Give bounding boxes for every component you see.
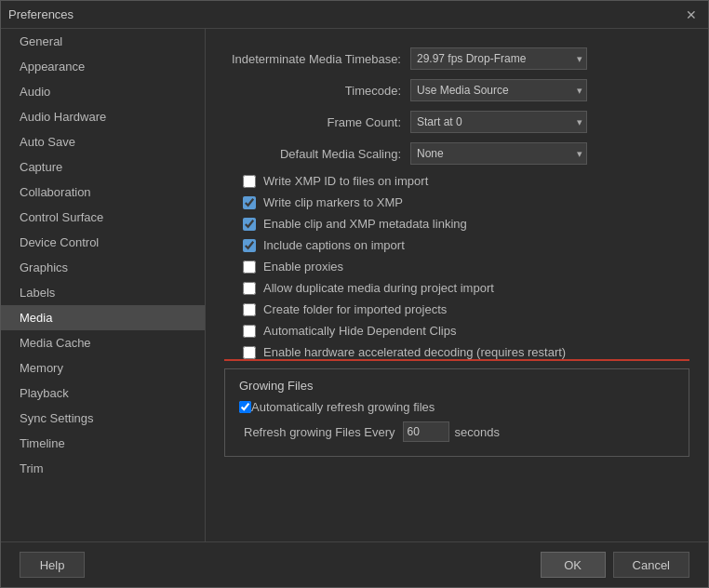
auto-refresh-row: Automatically refresh growing files: [239, 400, 675, 414]
sidebar-item-timeline[interactable]: Timeline: [1, 431, 205, 456]
timecode-select[interactable]: Use Media SourceGenerate Timecode: [410, 79, 587, 101]
checkbox-3[interactable]: [243, 239, 256, 252]
sidebar-item-media[interactable]: Media: [1, 305, 205, 330]
indeterminate-row: Indeterminate Media Timebase: 29.97 fps …: [224, 47, 689, 70]
sidebar: GeneralAppearanceAudioAudio HardwareAuto…: [1, 29, 206, 541]
checkbox-row-5: Allow duplicate media during project imp…: [224, 281, 689, 295]
frame-count-select[interactable]: Start at 0Start at 1: [410, 111, 587, 133]
checkbox-row-1: Write clip markers to XMP: [224, 195, 689, 209]
auto-refresh-checkbox[interactable]: [239, 401, 251, 413]
checkbox-label-0[interactable]: Write XMP ID to files on import: [263, 174, 428, 188]
checkbox-label-4[interactable]: Enable proxies: [263, 260, 343, 274]
checkbox-label-3[interactable]: Include captions on import: [263, 238, 405, 252]
growing-files-title: Growing Files: [239, 379, 675, 393]
sidebar-item-memory[interactable]: Memory: [1, 355, 205, 381]
frame-count-row: Frame Count: Start at 0Start at 1: [224, 111, 689, 133]
sidebar-item-control-surface[interactable]: Control Surface: [1, 205, 205, 230]
sidebar-item-collaboration[interactable]: Collaboration: [1, 180, 205, 205]
sidebar-item-trim[interactable]: Trim: [1, 456, 205, 481]
sidebar-item-playback[interactable]: Playback: [1, 381, 205, 406]
sidebar-item-device-control[interactable]: Device Control: [1, 230, 205, 255]
close-button[interactable]: ✕: [682, 6, 701, 24]
refresh-every-input[interactable]: [403, 421, 449, 442]
sidebar-item-general[interactable]: General: [1, 29, 205, 54]
checkbox-row-0: Write XMP ID to files on import: [224, 174, 689, 188]
default-scaling-label: Default Media Scaling:: [224, 147, 410, 161]
checkbox-row-8: Enable hardware accelerated decoding (re…: [224, 345, 689, 361]
checkbox-label-8[interactable]: Enable hardware accelerated decoding (re…: [263, 345, 566, 359]
sidebar-item-media-cache[interactable]: Media Cache: [1, 330, 205, 355]
sidebar-item-audio-hardware[interactable]: Audio Hardware: [1, 104, 205, 129]
main-panel: Indeterminate Media Timebase: 29.97 fps …: [206, 29, 708, 541]
sidebar-item-sync-settings[interactable]: Sync Settings: [1, 406, 205, 431]
dialog-title: Preferences: [8, 7, 74, 21]
footer: Help OK Cancel: [1, 541, 708, 587]
indeterminate-select-wrapper: 29.97 fps Drop-Frame23.976 fps25 fps30 f…: [410, 47, 587, 70]
checkbox-6[interactable]: [243, 303, 256, 316]
checkbox-row-6: Create folder for imported projects: [224, 302, 689, 316]
sidebar-item-auto-save[interactable]: Auto Save: [1, 129, 205, 154]
content-area: GeneralAppearanceAudioAudio HardwareAuto…: [1, 29, 708, 541]
default-scaling-row: Default Media Scaling: NoneScale to Fram…: [224, 142, 689, 165]
refresh-every-row: Refresh growing Files Every seconds: [239, 421, 675, 442]
checkbox-row-7: Automatically Hide Dependent Clips: [224, 324, 689, 338]
checkbox-label-5[interactable]: Allow duplicate media during project imp…: [263, 281, 494, 295]
checkboxes-container: Write XMP ID to files on importWrite cli…: [224, 174, 689, 361]
preferences-dialog: Preferences ✕ GeneralAppearanceAudioAudi…: [0, 0, 709, 588]
checkbox-row-4: Enable proxies: [224, 260, 689, 274]
ok-button[interactable]: OK: [541, 552, 606, 578]
sidebar-item-graphics[interactable]: Graphics: [1, 255, 205, 280]
checkbox-label-1[interactable]: Write clip markers to XMP: [263, 195, 403, 209]
sidebar-item-labels[interactable]: Labels: [1, 280, 205, 305]
checkbox-5[interactable]: [243, 282, 256, 295]
timecode-select-wrapper: Use Media SourceGenerate Timecode: [410, 79, 587, 101]
frame-count-select-wrapper: Start at 0Start at 1: [410, 111, 587, 133]
indeterminate-label: Indeterminate Media Timebase:: [224, 52, 410, 66]
frame-count-label: Frame Count:: [224, 115, 410, 129]
checkbox-4[interactable]: [243, 261, 256, 274]
checkbox-1[interactable]: [243, 196, 256, 209]
checkbox-row-2: Enable clip and XMP metadata linking: [224, 217, 689, 231]
sidebar-item-capture[interactable]: Capture: [1, 154, 205, 180]
auto-refresh-label[interactable]: Automatically refresh growing files: [251, 400, 435, 414]
checkbox-label-2[interactable]: Enable clip and XMP metadata linking: [263, 217, 467, 231]
indeterminate-select[interactable]: 29.97 fps Drop-Frame23.976 fps25 fps30 f…: [410, 47, 587, 70]
checkbox-label-6[interactable]: Create folder for imported projects: [263, 302, 447, 316]
seconds-label: seconds: [455, 425, 500, 439]
checkbox-row-3: Include captions on import: [224, 238, 689, 252]
checkbox-0[interactable]: [243, 175, 256, 188]
sidebar-item-appearance[interactable]: Appearance: [1, 54, 205, 79]
default-scaling-select-wrapper: NoneScale to Frame SizeSet to Frame Size: [410, 142, 587, 165]
checkbox-7[interactable]: [243, 325, 256, 338]
default-scaling-select[interactable]: NoneScale to Frame SizeSet to Frame Size: [410, 142, 587, 165]
cancel-button[interactable]: Cancel: [613, 552, 689, 578]
sidebar-item-audio[interactable]: Audio: [1, 79, 205, 104]
growing-files-section: Growing Files Automatically refresh grow…: [224, 368, 689, 457]
checkbox-2[interactable]: [243, 218, 256, 231]
checkbox-label-7[interactable]: Automatically Hide Dependent Clips: [263, 324, 456, 338]
title-bar: Preferences ✕: [1, 1, 708, 29]
help-button[interactable]: Help: [20, 552, 85, 578]
timecode-label: Timecode:: [224, 84, 410, 98]
checkbox-8[interactable]: [243, 346, 256, 359]
timecode-row: Timecode: Use Media SourceGenerate Timec…: [224, 79, 689, 101]
refresh-every-label: Refresh growing Files Every: [244, 425, 395, 439]
